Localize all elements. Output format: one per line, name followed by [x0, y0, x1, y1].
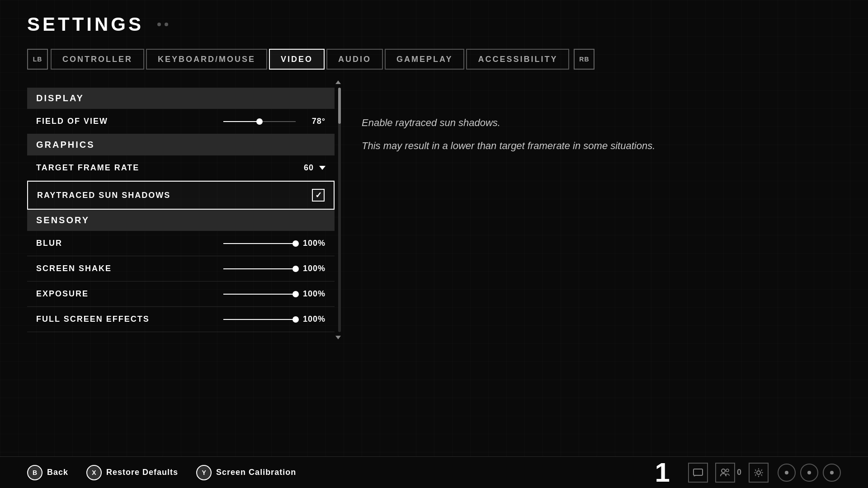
player-number: 1	[655, 459, 670, 486]
ss-slider-container[interactable]: 100%	[223, 264, 326, 273]
header-decoration	[157, 23, 168, 26]
rss-checkbox[interactable]: ✓	[312, 189, 325, 202]
controller-buttons	[778, 464, 841, 482]
exp-value: 100%	[303, 289, 326, 299]
lb-button[interactable]: LB	[27, 49, 48, 70]
dot-2	[165, 23, 168, 26]
blur-label: BLUR	[36, 239, 62, 248]
fse-slider-track[interactable]	[223, 319, 296, 320]
screen-calibration-action[interactable]: Y Screen Calibration	[196, 465, 296, 480]
scroll-arrow-up[interactable]	[335, 80, 341, 84]
exp-slider-container[interactable]: 100%	[223, 289, 326, 299]
bottom-right: 1	[655, 459, 841, 486]
fse-slider-fill	[223, 319, 296, 320]
header: SETTINGS	[27, 14, 841, 35]
section-display-header: DISPLAY	[27, 88, 335, 109]
bottom-bar: B Back X Restore Defaults Y Screen Calib…	[0, 456, 868, 488]
exp-slider-fill	[223, 294, 296, 295]
ss-slider-track[interactable]	[223, 268, 296, 269]
setting-screen-shake[interactable]: SCREEN SHAKE 100%	[27, 256, 335, 282]
scrollbar-thumb[interactable]	[338, 88, 341, 124]
setting-target-frame-rate[interactable]: TARGET FRAME RATE 60	[27, 155, 335, 181]
fse-value: 100%	[303, 314, 326, 324]
chat-icon	[693, 469, 703, 477]
chat-icon-button[interactable]	[688, 463, 708, 483]
description-panel: Enable raytraced sun shadows. This may r…	[362, 88, 841, 170]
svg-point-4	[757, 471, 760, 474]
people-icon	[720, 468, 731, 477]
tab-keyboard[interactable]: KEYBOARD/MOUSE	[146, 49, 267, 70]
back-button-icon: B	[27, 465, 42, 480]
fov-slider-container[interactable]: 78°	[223, 117, 326, 126]
ss-slider-thumb[interactable]	[292, 266, 299, 272]
setting-full-screen-effects[interactable]: FULL SCREEN EFFECTS 100%	[27, 307, 335, 332]
tfr-label: TARGET FRAME RATE	[36, 163, 139, 173]
ss-label: SCREEN SHAKE	[36, 264, 112, 273]
restore-button-icon: X	[86, 465, 102, 480]
svg-point-3	[726, 469, 729, 472]
ss-value: 100%	[303, 264, 326, 273]
gear-icon-button[interactable]	[749, 463, 769, 483]
setting-blur[interactable]: BLUR 100%	[27, 231, 335, 256]
circle-btn-3[interactable]	[823, 464, 841, 482]
content-area: DISPLAY FIELD OF VIEW 78° GRAPHICS TARGE…	[27, 88, 841, 332]
fse-slider-container[interactable]: 100%	[223, 314, 326, 324]
svg-point-2	[722, 469, 725, 473]
fov-value: 78°	[303, 117, 326, 126]
circle-btn-2[interactable]	[800, 464, 818, 482]
svg-rect-0	[693, 469, 703, 475]
back-action[interactable]: B Back	[27, 465, 68, 480]
description-line1: Enable raytraced sun shadows.	[362, 115, 841, 131]
nav-tabs: LB CONTROLLER KEYBOARD/MOUSE VIDEO AUDIO…	[27, 49, 841, 70]
fov-slider-track[interactable]	[223, 121, 296, 122]
tfr-dropdown-arrow	[319, 166, 326, 170]
setting-field-of-view[interactable]: FIELD OF VIEW 78°	[27, 109, 335, 134]
settings-panel: DISPLAY FIELD OF VIEW 78° GRAPHICS TARGE…	[27, 88, 335, 332]
tab-video[interactable]: VIDEO	[269, 49, 325, 70]
fse-label: FULL SCREEN EFFECTS	[36, 314, 150, 324]
fov-label: FIELD OF VIEW	[36, 117, 108, 126]
tab-controller[interactable]: CONTROLLER	[51, 49, 144, 70]
description-text: Enable raytraced sun shadows. This may r…	[362, 115, 841, 154]
blur-slider-container[interactable]: 100%	[223, 239, 326, 248]
tfr-dropdown[interactable]: 60	[304, 163, 326, 173]
calibration-label: Screen Calibration	[216, 468, 296, 477]
gear-icon	[754, 468, 764, 478]
restore-label: Restore Defaults	[106, 468, 178, 477]
scroll-arrow-down[interactable]	[335, 336, 341, 339]
rss-label: RAYTRACED SUN SHADOWS	[37, 191, 170, 200]
section-sensory-header: SENSORY	[27, 210, 335, 231]
setting-exposure[interactable]: EXPOSURE 100%	[27, 282, 335, 307]
setting-raytraced-sun-shadows[interactable]: RAYTRACED SUN SHADOWS ✓	[27, 181, 335, 210]
blur-slider-thumb[interactable]	[292, 240, 299, 247]
people-status: 0	[715, 463, 741, 483]
bottom-status-icons: 0	[688, 463, 769, 483]
rb-button[interactable]: RB	[574, 49, 594, 70]
rss-checkbox-check: ✓	[315, 190, 322, 200]
fov-slider-thumb[interactable]	[256, 118, 263, 125]
tab-gameplay[interactable]: GAMEPLAY	[385, 49, 464, 70]
tab-audio[interactable]: AUDIO	[326, 49, 383, 70]
blur-slider-track[interactable]	[223, 243, 296, 244]
exp-label: EXPOSURE	[36, 289, 89, 299]
ss-slider-fill	[223, 268, 296, 269]
tfr-value: 60	[304, 163, 314, 173]
exp-slider-track[interactable]	[223, 294, 296, 295]
exp-slider-thumb[interactable]	[292, 291, 299, 297]
main-container: SETTINGS LB CONTROLLER KEYBOARD/MOUSE VI…	[0, 0, 868, 488]
back-label: Back	[47, 468, 68, 477]
blur-slider-fill	[223, 243, 296, 244]
calibration-button-icon: Y	[196, 465, 212, 480]
page-title: SETTINGS	[27, 14, 144, 35]
fov-slider-fill	[223, 121, 259, 122]
circle-btn-1[interactable]	[778, 464, 796, 482]
bottom-actions: B Back X Restore Defaults Y Screen Calib…	[27, 465, 296, 480]
people-count: 0	[737, 468, 741, 477]
restore-defaults-action[interactable]: X Restore Defaults	[86, 465, 178, 480]
people-icon-button[interactable]	[715, 463, 735, 483]
fse-slider-thumb[interactable]	[292, 316, 299, 323]
section-graphics-header: GRAPHICS	[27, 134, 335, 155]
dot-1	[157, 23, 161, 26]
scrollbar-track	[338, 88, 341, 332]
tab-accessibility[interactable]: ACCESSIBILITY	[466, 49, 569, 70]
